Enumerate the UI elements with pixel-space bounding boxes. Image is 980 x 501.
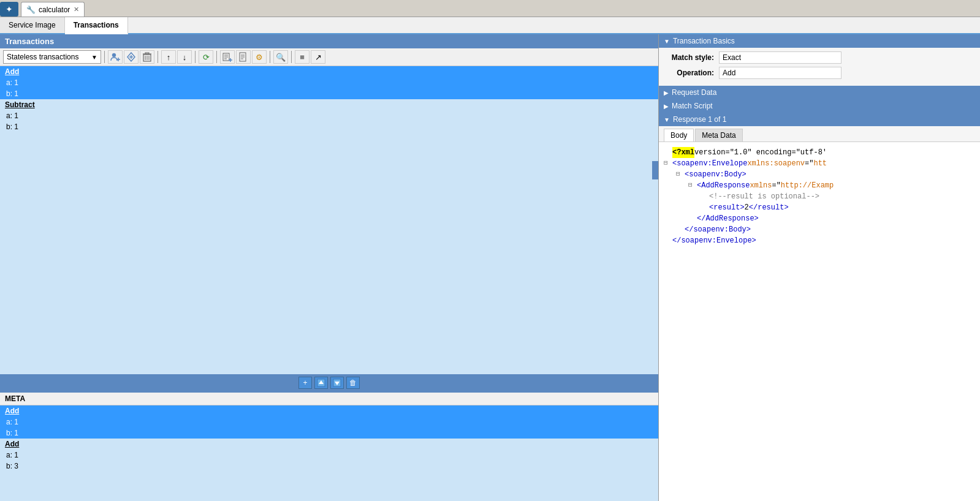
left-panel: Transactions Stateless transactions ▼ <box>0 34 659 501</box>
xml-line-3: ⊟ <soapenv:Body> <box>664 169 975 180</box>
calculator-tab[interactable]: 🔧 calculator ✕ <box>21 2 85 17</box>
svg-point-0 <box>112 53 116 57</box>
move-up-button[interactable]: ↑ <box>161 50 176 64</box>
toolbar-separator-2 <box>158 51 158 63</box>
response-arrow-icon: ▼ <box>664 116 670 123</box>
basics-arrow-icon: ▼ <box>664 38 670 45</box>
operation-row: Operation: <box>665 67 974 79</box>
toolbar-separator-1 <box>104 51 105 63</box>
bottom-toolbar: + 🗑 <box>0 374 658 391</box>
meta-item-add-b2[interactable]: b: 3 <box>0 461 658 472</box>
match-style-input[interactable] <box>719 51 841 64</box>
meta-item-add-selected[interactable]: Add <box>0 405 658 416</box>
request-data-arrow-icon: ▶ <box>664 89 669 96</box>
meta-list: Add a: 1 b: 1 Add a: 1 b: 3 <box>0 405 658 501</box>
transaction-item-subtract-b[interactable]: b: 1 <box>0 121 658 132</box>
operation-label: Operation: <box>665 69 714 77</box>
xml-content: <?xml version="1.0" encoding="utf-8' ⊟ <… <box>659 142 980 501</box>
response-tabs: Body Meta Data <box>659 126 980 142</box>
transactions-header: Transactions <box>0 34 658 48</box>
refresh-button[interactable]: ⟳ <box>199 50 213 64</box>
add-item-button[interactable] <box>124 50 139 64</box>
right-panel: ▼ Transaction Basics Match style: Operat… <box>659 34 980 501</box>
tab-bar: ✦ 🔧 calculator ✕ <box>0 0 980 17</box>
tab-meta-data[interactable]: Meta Data <box>695 129 742 141</box>
tab-icon: 🔧 <box>26 6 36 14</box>
meta-item-name: Add <box>5 407 19 415</box>
xml-line-8: </soapenv:Body> <box>664 224 975 235</box>
settings-button[interactable]: ⚙ <box>252 50 267 64</box>
xml-line-6: <result> 2 </result> <box>664 202 975 213</box>
meta-item-add-a1[interactable]: a: 1 <box>0 416 658 428</box>
request-data-header[interactable]: ▶ Request Data <box>659 86 980 99</box>
meta-item-add-a2[interactable]: a: 1 <box>0 450 658 461</box>
meta-item-add2[interactable]: Add <box>0 439 658 450</box>
response-header[interactable]: ▼ Response 1 of 1 <box>659 113 980 126</box>
bottom-down-button[interactable] <box>330 377 344 389</box>
meta-header: META <box>0 393 658 405</box>
match-script-arrow-icon: ▶ <box>664 103 669 110</box>
xml-line-5: <!--result is optional--> <box>664 191 975 202</box>
toolbar-separator-3 <box>195 51 196 63</box>
bottom-up-button[interactable] <box>314 377 328 389</box>
add-person-button[interactable] <box>108 50 123 64</box>
transaction-item-name: Add <box>5 67 19 76</box>
xml-declaration: <?xml <box>672 147 694 158</box>
match-style-label: Match style: <box>665 53 714 62</box>
main-layout: Transactions Stateless transactions ▼ <box>0 34 980 501</box>
toolbar-separator-4 <box>216 51 217 63</box>
transaction-item-subtract-a[interactable]: a: 1 <box>0 110 658 121</box>
scroll-handle[interactable] <box>652 161 658 179</box>
list-add-button[interactable] <box>220 50 235 64</box>
nav-tab-service-image[interactable]: Service Image <box>0 17 65 33</box>
transaction-item-add-b[interactable]: b: 1 <box>0 88 658 99</box>
sort-button[interactable]: ≡ <box>295 50 310 64</box>
delete-button[interactable] <box>140 50 154 64</box>
operation-input[interactable] <box>719 67 841 79</box>
xml-line-4: ⊟ <AddResponse xmlns =" http://Examp <box>664 180 975 191</box>
app-logo: ✦ <box>0 2 18 17</box>
dropdown-arrow-icon: ▼ <box>91 54 97 61</box>
svg-rect-8 <box>145 53 149 54</box>
tab-label: calculator <box>39 6 70 14</box>
xml-minus-3: ⊟ <box>688 180 696 190</box>
match-script-header[interactable]: ▶ Match Script <box>659 99 980 113</box>
tab-close-button[interactable]: ✕ <box>74 6 79 13</box>
document-button[interactable] <box>236 50 251 64</box>
toolbar-separator-5 <box>270 51 270 63</box>
nav-tab-transactions[interactable]: Transactions <box>65 17 128 34</box>
transaction-item-add-selected[interactable]: Add <box>0 66 658 77</box>
xml-line-2: ⊟ <soapenv:Envelope xmlns:soapenv =" htt <box>664 158 975 169</box>
bottom-delete-button[interactable]: 🗑 <box>346 377 360 389</box>
match-style-row: Match style: <box>665 51 974 64</box>
export-button[interactable]: ↗ <box>311 50 325 64</box>
xml-minus-2: ⊟ <box>676 169 683 179</box>
meta-item-add-b1[interactable]: b: 1 <box>0 428 658 439</box>
top-nav: Service Image Transactions <box>0 17 980 34</box>
tab-body[interactable]: Body <box>664 129 694 141</box>
xml-line-1: <?xml version="1.0" encoding="utf-8' <box>664 147 975 158</box>
move-down-button[interactable]: ↓ <box>177 50 192 64</box>
transaction-basics-header[interactable]: ▼ Transaction Basics <box>659 34 980 48</box>
transaction-item-subtract[interactable]: Subtract <box>0 99 658 110</box>
toolbar-separator-6 <box>291 51 292 63</box>
xml-minus-1: ⊟ <box>664 158 671 168</box>
transaction-list: Add a: 1 b: 1 Subtract a: 1 b: 1 <box>0 66 658 374</box>
transaction-basics-content: Match style: Operation: <box>659 48 980 86</box>
transactions-toolbar: Stateless transactions ▼ <box>0 48 658 66</box>
transaction-item-add-a[interactable]: a: 1 <box>0 77 658 88</box>
xml-line-7: </AddResponse> <box>664 213 975 224</box>
bottom-add-button[interactable]: + <box>298 377 312 389</box>
xml-line-9: </soapenv:Envelope> <box>664 235 975 246</box>
search-button[interactable]: 🔍 <box>273 50 288 64</box>
transaction-type-dropdown[interactable]: Stateless transactions ▼ <box>3 50 101 64</box>
meta-section: META Add a: 1 b: 1 Add a: 1 <box>0 391 658 501</box>
